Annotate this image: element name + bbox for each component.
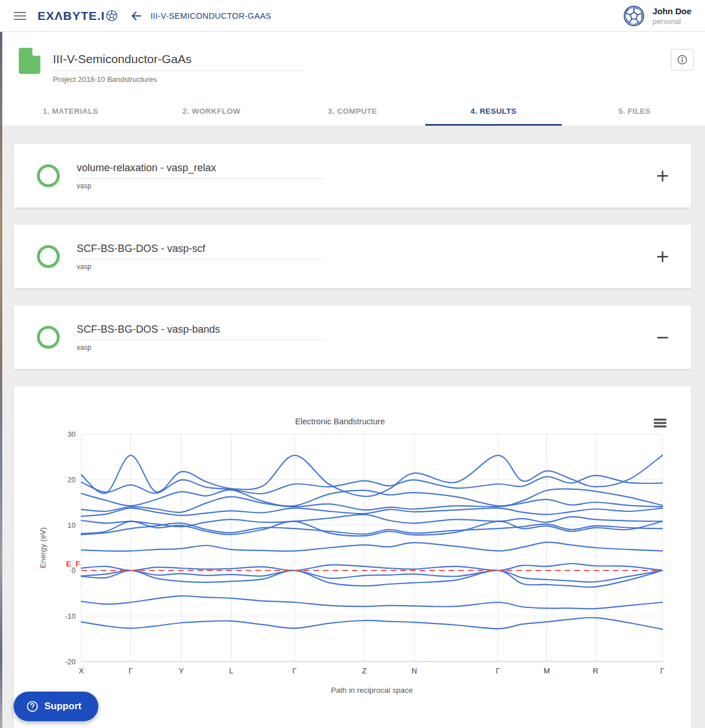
- info-icon: [677, 54, 688, 65]
- tab-materials[interactable]: 1. MATERIALS: [0, 97, 141, 126]
- app-window: EXΛBYTE.I III-V-SEMICONDUCTOR-GAAS: [0, 0, 705, 728]
- exabyte-logo[interactable]: EXΛBYTE.I: [38, 9, 118, 23]
- tab-workflow[interactable]: 2. WORKFLOW: [141, 97, 282, 126]
- background-page-sliver: [0, 32, 2, 728]
- entity-header: III-V-Semiconductor-GaAs Project 2018-10…: [0, 32, 705, 97]
- menu-icon[interactable]: [14, 10, 26, 22]
- file-icon: [19, 48, 40, 74]
- svg-text:20: 20: [68, 475, 76, 484]
- unit-title: SCF-BS-BG-DOS - vasp-scf: [77, 243, 324, 259]
- results-panel: volume-relaxation - vasp_relax vasp + SC…: [0, 126, 705, 728]
- svg-text:-10: -10: [65, 612, 76, 621]
- unit-title: volume-relaxation - vasp_relax: [77, 162, 324, 179]
- chart-menu-icon[interactable]: [654, 419, 666, 428]
- svg-text:10: 10: [68, 521, 76, 530]
- fullerene-icon: [106, 10, 118, 22]
- help-icon: [26, 700, 39, 713]
- tab-results[interactable]: 4. RESULTS: [423, 97, 564, 126]
- page-title: III-V-Semiconductor-GaAs: [53, 52, 303, 71]
- svg-text:Γ: Γ: [660, 667, 665, 675]
- svg-text:Y: Y: [179, 667, 184, 675]
- svg-text:R: R: [593, 667, 599, 675]
- user-scope: personal: [653, 16, 691, 26]
- tab-compute[interactable]: 3. COMPUTE: [282, 97, 423, 126]
- workflow-step-tabs: 1. MATERIALS 2. WORKFLOW 3. COMPUTE 4. R…: [0, 97, 705, 126]
- svg-text:M: M: [544, 667, 550, 675]
- unit-title: SCF-BS-BG-DOS - vasp-bands: [77, 324, 324, 340]
- avatar: [623, 5, 645, 27]
- chart-title: Electronic Bandstructure: [295, 417, 385, 426]
- status-ring-icon: [37, 245, 60, 268]
- user-menu[interactable]: John Doe personal: [623, 0, 691, 32]
- svg-text:N: N: [412, 667, 417, 675]
- svg-text:Γ: Γ: [292, 667, 297, 675]
- bandstructure-chart-card: -20-100102030XΓYLΓZNΓMRΓ Electronic Band…: [14, 386, 691, 728]
- info-button[interactable]: [671, 49, 694, 71]
- support-button[interactable]: Support: [14, 692, 98, 721]
- svg-text:L: L: [229, 667, 234, 675]
- breadcrumb: III-V-SEMICONDUCTOR-GAAS: [151, 11, 271, 20]
- svg-text:30: 30: [68, 430, 76, 439]
- svg-text:-20: -20: [65, 657, 76, 666]
- x-axis-title: Path in reciprocal space: [331, 686, 413, 694]
- expand-button[interactable]: +: [656, 167, 670, 184]
- status-ring-icon: [37, 164, 60, 187]
- back-arrow[interactable]: [130, 10, 143, 22]
- fermi-level-label: E_F: [66, 560, 80, 568]
- page-subtitle: Project 2018-10 Bandstructures: [53, 75, 303, 84]
- svg-text:Z: Z: [362, 667, 367, 675]
- unit-card-vasp-relax: volume-relaxation - vasp_relax vasp +: [14, 144, 691, 208]
- unit-card-vasp-bands: SCF-BS-BG-DOS - vasp-bands vasp −: [14, 305, 691, 369]
- unit-subtitle: vasp: [77, 263, 324, 271]
- svg-text:Γ: Γ: [496, 667, 500, 675]
- top-navbar: EXΛBYTE.I III-V-SEMICONDUCTOR-GAAS: [0, 0, 705, 32]
- tab-files[interactable]: 5. FILES: [564, 97, 705, 126]
- status-ring-icon: [37, 326, 60, 349]
- svg-text:X: X: [78, 667, 84, 675]
- expand-button[interactable]: +: [656, 248, 670, 265]
- collapse-button[interactable]: −: [656, 329, 670, 346]
- y-axis-title: Energy (eV): [39, 527, 47, 568]
- user-name: John Doe: [653, 6, 691, 16]
- unit-subtitle: vasp: [77, 344, 324, 351]
- unit-subtitle: vasp: [77, 182, 324, 190]
- svg-text:Γ: Γ: [128, 667, 133, 675]
- logo-text: EXΛBYTE.I: [38, 9, 105, 23]
- bandstructure-chart: -20-100102030XΓYLΓZNΓMRΓ Electronic Band…: [14, 386, 691, 728]
- support-label: Support: [44, 701, 81, 712]
- unit-card-vasp-scf: SCF-BS-BG-DOS - vasp-scf vasp +: [14, 225, 691, 288]
